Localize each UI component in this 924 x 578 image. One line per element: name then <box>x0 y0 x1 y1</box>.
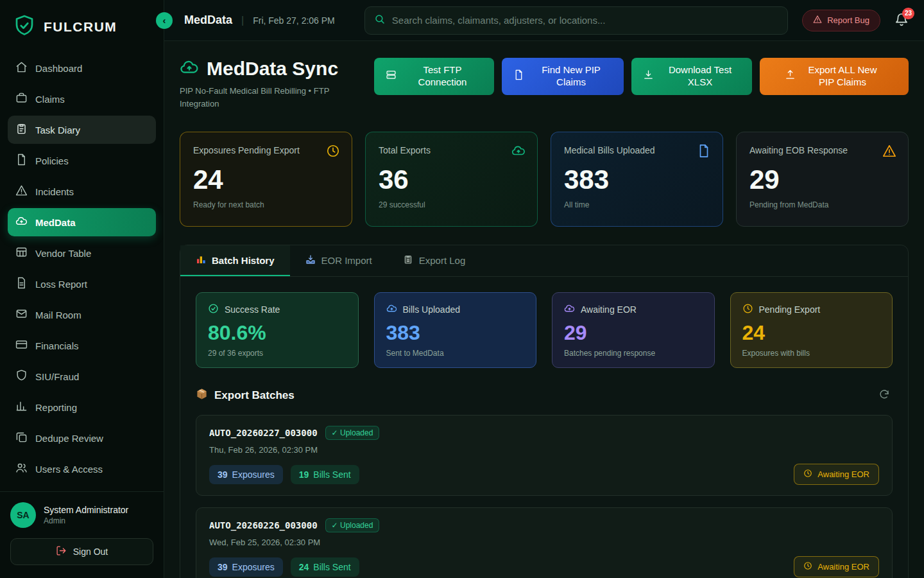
sidebar: FULCRUM Dashboard Claims Task Diary Poli… <box>0 0 164 578</box>
stat-subtitle: Ready for next batch <box>193 200 339 209</box>
stat-subtitle: 29 successful <box>379 200 524 209</box>
find-pip-claims-label: Find New PIP Claims <box>530 64 612 89</box>
batch-panel: Batch History EOR Import Export Log <box>180 245 909 578</box>
sidebar-item-label: Incidents <box>35 186 74 197</box>
table-icon <box>15 246 28 260</box>
sidebar-nav: Dashboard Claims Task Diary Policies Inc… <box>0 51 164 491</box>
report-bug-button[interactable]: Report Bug <box>802 10 880 31</box>
briefcase-icon <box>15 92 28 106</box>
stat-card-total-exports: Total Exports 36 29 successful <box>365 132 538 227</box>
sidebar-item-label: Dedupe Review <box>35 433 103 444</box>
stat-value: 383 <box>564 164 710 195</box>
cloud-upload-icon <box>511 144 526 161</box>
user-name: System Administrator <box>44 505 128 515</box>
sidebar-item-siu-fraud[interactable]: SIU/Fraud <box>8 362 156 390</box>
sidebar-item-label: Vendor Table <box>35 248 91 259</box>
download-test-xlsx-button[interactable]: Download Test XLSX <box>631 58 752 95</box>
test-ftp-button[interactable]: Test FTP Connection <box>374 58 494 95</box>
cloud-upload-icon <box>15 215 28 229</box>
sidebar-item-mail-room[interactable]: Mail Room <box>8 301 156 329</box>
bills-sent-chip: 19 Bills Sent <box>291 465 359 484</box>
global-search[interactable] <box>364 6 788 35</box>
exposures-count: 39 <box>218 562 228 572</box>
summary-subtitle: Exposures with bills <box>742 349 881 358</box>
sidebar-item-label: Claims <box>35 94 65 105</box>
export-all-pip-claims-button[interactable]: Export ALL New PIP Claims <box>760 58 909 95</box>
sidebar-item-meddata[interactable]: MedData <box>8 208 156 236</box>
batch-row[interactable]: AUTO_20260227_003000 ✓ Uploaded Thu, Feb… <box>196 415 893 496</box>
bar-chart-icon <box>196 254 206 267</box>
sidebar-item-users-access[interactable]: Users & Access <box>8 455 156 483</box>
summary-subtitle: Sent to MedData <box>386 349 525 358</box>
stat-subtitle: All time <box>564 200 710 209</box>
envelope-icon <box>15 308 28 322</box>
bills-label: Bills Sent <box>313 562 350 572</box>
report-bug-label: Report Bug <box>827 15 869 25</box>
download-icon <box>643 69 654 83</box>
stat-value: 29 <box>749 164 895 195</box>
sidebar-item-financials[interactable]: Financials <box>8 331 156 360</box>
find-pip-claims-button[interactable]: Find New PIP Claims <box>502 58 624 95</box>
clock-icon <box>803 469 812 480</box>
sidebar-item-claims[interactable]: Claims <box>8 85 156 113</box>
home-icon <box>15 61 28 75</box>
tab-export-log[interactable]: Export Log <box>388 245 481 276</box>
sidebar-item-dedupe-review[interactable]: Dedupe Review <box>8 424 156 452</box>
status-badge-uploaded: ✓ Uploaded <box>325 426 380 440</box>
sidebar-item-vendor-table[interactable]: Vendor Table <box>8 239 156 267</box>
sidebar-item-incidents[interactable]: Incidents <box>8 177 156 206</box>
awaiting-eor-label: Awaiting EOR <box>817 562 869 572</box>
bills-label: Bills Sent <box>313 469 350 480</box>
sidebar-item-task-diary[interactable]: Task Diary <box>8 116 156 144</box>
summary-value: 383 <box>386 321 525 345</box>
shield-check-icon <box>13 14 36 40</box>
tab-label: Batch History <box>212 255 275 266</box>
tab-eor-import[interactable]: EOR Import <box>290 245 388 276</box>
batch-row[interactable]: AUTO_20260226_003000 ✓ Uploaded Wed, Feb… <box>196 507 893 578</box>
batch-date: Wed, Feb 25, 2026, 02:30 PM <box>209 538 879 547</box>
tab-batch-history[interactable]: Batch History <box>180 245 290 276</box>
stat-card-bills-uploaded: Medical Bills Uploaded 383 All time <box>551 132 723 227</box>
summary-value: 29 <box>564 321 703 345</box>
sidebar-item-loss-report[interactable]: Loss Report <box>8 270 156 298</box>
warning-triangle-icon <box>882 144 896 161</box>
summary-title: Awaiting EOR <box>581 304 637 315</box>
tab-label: EOR Import <box>321 255 372 266</box>
user-profile: SA System Administrator Admin <box>0 491 164 536</box>
users-icon <box>15 462 28 476</box>
clock-icon <box>326 144 340 161</box>
exposures-label: Exposures <box>232 562 275 572</box>
exposures-chip: 39 Exposures <box>209 557 283 577</box>
server-icon <box>386 69 397 83</box>
refresh-button[interactable] <box>876 386 893 405</box>
bills-count: 19 <box>299 469 309 480</box>
chevron-left-icon: ‹ <box>163 15 166 26</box>
sidebar-item-label: Loss Report <box>35 279 87 290</box>
summary-title: Success Rate <box>225 304 280 315</box>
refresh-icon <box>878 392 890 402</box>
avatar: SA <box>10 502 36 528</box>
summary-card-bills-uploaded: Bills Uploaded 383 Sent to MedData <box>374 292 537 368</box>
page-title: MedData Sync <box>207 58 338 80</box>
notifications-button[interactable]: 23 <box>894 12 909 29</box>
file-search-icon <box>513 69 524 83</box>
sidebar-item-reporting[interactable]: Reporting <box>8 393 156 421</box>
cloud-icon <box>564 303 575 316</box>
sidebar-item-label: Dashboard <box>35 63 82 74</box>
awaiting-eor-label: Awaiting EOR <box>817 469 869 479</box>
cloud-upload-icon <box>180 58 199 80</box>
report-document-icon <box>15 277 28 291</box>
sidebar-item-dashboard[interactable]: Dashboard <box>8 54 156 82</box>
exposures-chip: 39 Exposures <box>209 465 283 484</box>
topbar-title: MedData <box>184 13 232 27</box>
sign-out-button[interactable]: Sign Out <box>10 538 153 565</box>
batch-id: AUTO_20260227_003000 <box>209 428 318 438</box>
app-root: FULCRUM Dashboard Claims Task Diary Poli… <box>0 0 924 578</box>
logout-icon <box>56 545 67 558</box>
summary-title: Pending Export <box>759 304 821 315</box>
sidebar-item-policies[interactable]: Policies <box>8 146 156 175</box>
search-input[interactable] <box>392 15 778 26</box>
back-button[interactable]: ‹ <box>156 12 173 29</box>
summary-subtitle: Batches pending response <box>564 349 703 358</box>
shield-icon <box>15 369 28 383</box>
